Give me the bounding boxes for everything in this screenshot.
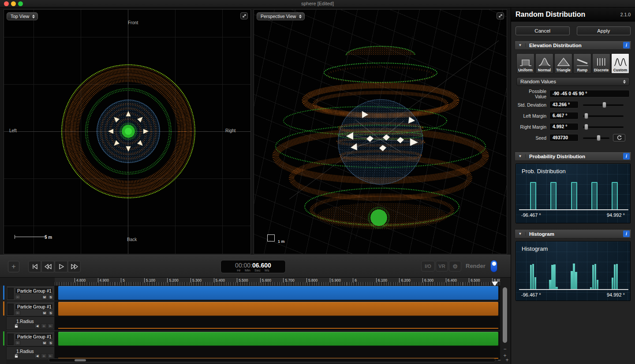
track-clip[interactable]: [58, 302, 498, 316]
add-button[interactable]: +: [8, 261, 19, 272]
label-back: Back: [127, 237, 137, 242]
dist-type-custom[interactable]: Custom: [611, 53, 629, 74]
lock-button[interactable]: [13, 353, 19, 358]
dist-type-discrete[interactable]: Discrete: [592, 53, 610, 74]
horizontal-scrollbar-thumb[interactable]: [75, 359, 86, 361]
slider-thumb[interactable]: [597, 135, 601, 141]
field-value-input[interactable]: 43.266 °: [549, 101, 579, 108]
rewind-button[interactable]: [41, 261, 54, 272]
refresh-icon: [616, 135, 622, 141]
track-clip[interactable]: [58, 286, 498, 300]
info-icon[interactable]: i: [623, 153, 630, 160]
cancel-button[interactable]: Cancel: [515, 26, 570, 35]
section-header-probability[interactable]: ▼ Probability Distribution i: [515, 152, 631, 161]
next-keyframe-button[interactable]: ▶: [48, 323, 53, 328]
track-add-button[interactable]: +: [15, 295, 20, 299]
horizontal-zoom-in-button[interactable]: +: [504, 357, 511, 363]
track-add-button[interactable]: +: [15, 311, 20, 315]
timeline: 4.8004.90055.1005.2005.3005.4005.5005.60…: [0, 278, 511, 364]
hist-bar: [573, 264, 575, 289]
field-slider[interactable]: [583, 124, 624, 130]
field-value-input[interactable]: 6.467 °: [549, 112, 579, 119]
track-add-button[interactable]: +: [15, 341, 20, 345]
settings-button[interactable]: ⚙: [449, 261, 461, 271]
slider-thumb[interactable]: [584, 124, 588, 130]
random-values-dropdown[interactable]: Random Values: [516, 77, 630, 86]
track-collapse-box[interactable]: [7, 334, 14, 345]
track-name-field[interactable]: Particle Group #1: [15, 288, 53, 294]
add-keyframe-button[interactable]: ◆: [41, 323, 47, 328]
vr-button[interactable]: VR: [436, 261, 448, 271]
disclosure-triangle-icon[interactable]: ▼: [515, 43, 526, 47]
field-slider[interactable]: [583, 102, 624, 108]
param-lane[interactable]: [55, 316, 500, 330]
section-header-histogram[interactable]: ▼ Histogram i: [515, 229, 631, 238]
hist-chart-xmin-label: -96.467 °: [521, 292, 541, 297]
add-keyframe-button[interactable]: ◆: [41, 353, 47, 358]
dist-type-ramp[interactable]: Ramp: [573, 53, 591, 74]
track-clip[interactable]: [58, 332, 498, 346]
track-name-field[interactable]: Particle Group #1 copy: [15, 304, 53, 310]
timeline-vertical-scrollbar[interactable]: [503, 287, 507, 343]
fast-forward-button[interactable]: [68, 261, 81, 272]
track-lane[interactable]: [55, 301, 500, 316]
solo-button[interactable]: S: [48, 341, 53, 345]
info-icon[interactable]: i: [623, 42, 630, 48]
field-row-right-margin: Right Margin4.992 °: [516, 123, 630, 130]
mute-button[interactable]: M: [42, 341, 47, 345]
section-header-elevation[interactable]: ▼ Elevation Distribution i: [515, 41, 631, 50]
view-selector-perspective[interactable]: Perspective View: [257, 12, 305, 20]
disclosure-triangle-icon[interactable]: ▼: [515, 154, 526, 158]
expand-viewport-button[interactable]: [240, 12, 248, 19]
field-value-input[interactable]: -90 -45 0 45 90 °: [549, 90, 630, 97]
track-lane[interactable]: [55, 331, 500, 346]
info-icon[interactable]: i: [623, 230, 630, 237]
viewport-top-view[interactable]: Top View Front Left Right Back 5 m: [4, 9, 251, 254]
field-slider[interactable]: [583, 135, 609, 141]
track-name-field[interactable]: Particle Group #1 copy: [15, 334, 53, 340]
dist-type-triangle[interactable]: Triangle: [554, 53, 572, 74]
expand-arrows-icon: [498, 14, 503, 18]
gear-icon: ⚙: [452, 263, 458, 270]
solo-button[interactable]: S: [48, 311, 53, 315]
play-button[interactable]: [55, 261, 67, 272]
expand-viewport-button[interactable]: [497, 12, 504, 19]
track-header-param: 1.Radius◀◆▶: [6, 346, 55, 360]
io-button[interactable]: I/O: [421, 261, 435, 271]
slider-thumb[interactable]: [584, 113, 588, 119]
hist-bar: [614, 264, 616, 289]
section-title-probability: Probability Distribution: [526, 154, 623, 159]
track-lane[interactable]: [55, 286, 500, 301]
track-collapse-box[interactable]: [7, 288, 14, 299]
timeline-ruler[interactable]: 4.8004.90055.1005.2005.3005.4005.5005.60…: [55, 278, 500, 286]
vertical-zoom-out-button[interactable]: −: [501, 346, 509, 352]
seed-refresh-button[interactable]: [613, 134, 625, 141]
timeline-horizontal-scrollbar[interactable]: [49, 358, 496, 362]
skip-to-start-button[interactable]: [28, 261, 41, 272]
ruler-label: 5.600: [260, 278, 271, 282]
mute-button[interactable]: M: [42, 295, 47, 299]
hist-bar: [571, 271, 573, 289]
slider-thumb[interactable]: [602, 102, 606, 108]
prev-keyframe-button[interactable]: ◀: [34, 323, 40, 328]
next-keyframe-button[interactable]: ▶: [48, 353, 53, 358]
field-value-input[interactable]: 4.992 °: [549, 123, 579, 130]
field-value-input[interactable]: 493730: [549, 134, 579, 141]
hist-chart-title: Histogram: [522, 245, 548, 252]
prev-keyframe-button[interactable]: ◀: [34, 353, 40, 358]
lock-button[interactable]: [13, 323, 19, 328]
apply-button[interactable]: Apply: [577, 26, 631, 35]
mute-button[interactable]: M: [42, 311, 47, 315]
horizontal-zoom-out-button[interactable]: −: [496, 357, 503, 363]
dist-type-uniform[interactable]: Uniform: [516, 53, 534, 74]
viewport-perspective[interactable]: Perspective View 1 m: [254, 9, 507, 254]
track-header-group: Particle Group #1 copy+MS: [6, 301, 55, 316]
disclosure-triangle-icon[interactable]: ▼: [515, 232, 526, 236]
render-toggle[interactable]: [490, 260, 497, 272]
timecode-display[interactable]: 00:00:06.600 Hr Min Sec Ms: [220, 260, 286, 273]
field-slider[interactable]: [583, 113, 624, 119]
dist-type-normal[interactable]: Normal: [535, 53, 553, 74]
track-collapse-box[interactable]: [7, 304, 14, 315]
solo-button[interactable]: S: [48, 295, 53, 299]
view-selector-top[interactable]: Top View: [7, 12, 38, 20]
